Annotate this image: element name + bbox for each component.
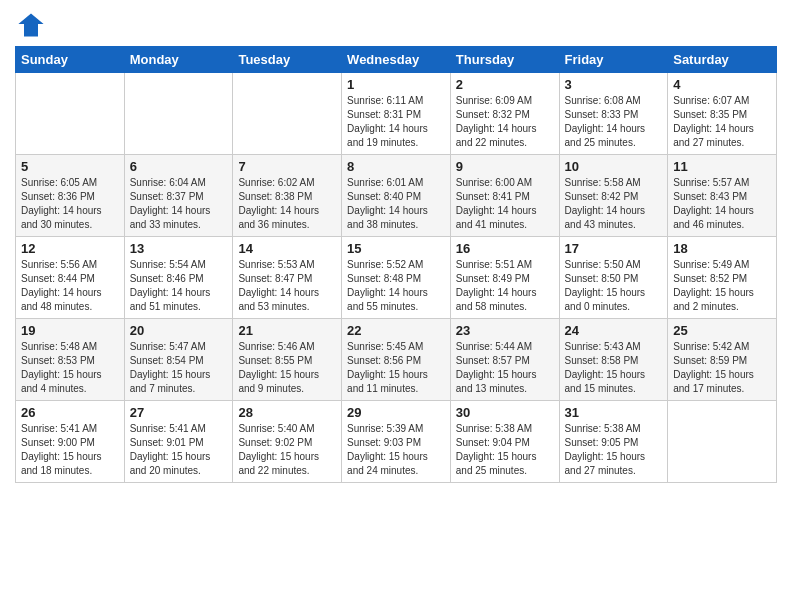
day-cell-16: 16Sunrise: 5:51 AM Sunset: 8:49 PM Dayli… bbox=[450, 237, 559, 319]
weekday-header-tuesday: Tuesday bbox=[233, 47, 342, 73]
day-info: Sunrise: 5:41 AM Sunset: 9:01 PM Dayligh… bbox=[130, 422, 228, 478]
day-info: Sunrise: 5:49 AM Sunset: 8:52 PM Dayligh… bbox=[673, 258, 771, 314]
day-number: 30 bbox=[456, 405, 554, 420]
logo-area bbox=[15, 10, 45, 38]
day-info: Sunrise: 5:48 AM Sunset: 8:53 PM Dayligh… bbox=[21, 340, 119, 396]
day-number: 11 bbox=[673, 159, 771, 174]
day-number: 19 bbox=[21, 323, 119, 338]
day-cell-2: 2Sunrise: 6:09 AM Sunset: 8:32 PM Daylig… bbox=[450, 73, 559, 155]
day-number: 17 bbox=[565, 241, 663, 256]
day-info: Sunrise: 5:39 AM Sunset: 9:03 PM Dayligh… bbox=[347, 422, 445, 478]
day-number: 8 bbox=[347, 159, 445, 174]
day-number: 31 bbox=[565, 405, 663, 420]
day-info: Sunrise: 5:38 AM Sunset: 9:04 PM Dayligh… bbox=[456, 422, 554, 478]
day-number: 25 bbox=[673, 323, 771, 338]
day-info: Sunrise: 6:05 AM Sunset: 8:36 PM Dayligh… bbox=[21, 176, 119, 232]
day-number: 27 bbox=[130, 405, 228, 420]
day-number: 23 bbox=[456, 323, 554, 338]
day-cell-7: 7Sunrise: 6:02 AM Sunset: 8:38 PM Daylig… bbox=[233, 155, 342, 237]
day-number: 22 bbox=[347, 323, 445, 338]
weekday-header-thursday: Thursday bbox=[450, 47, 559, 73]
day-cell-11: 11Sunrise: 5:57 AM Sunset: 8:43 PM Dayli… bbox=[668, 155, 777, 237]
day-info: Sunrise: 5:40 AM Sunset: 9:02 PM Dayligh… bbox=[238, 422, 336, 478]
day-cell-17: 17Sunrise: 5:50 AM Sunset: 8:50 PM Dayli… bbox=[559, 237, 668, 319]
day-number: 2 bbox=[456, 77, 554, 92]
weekday-header-wednesday: Wednesday bbox=[342, 47, 451, 73]
day-info: Sunrise: 5:50 AM Sunset: 8:50 PM Dayligh… bbox=[565, 258, 663, 314]
weekday-header-row: SundayMondayTuesdayWednesdayThursdayFrid… bbox=[16, 47, 777, 73]
day-cell-8: 8Sunrise: 6:01 AM Sunset: 8:40 PM Daylig… bbox=[342, 155, 451, 237]
week-row-4: 19Sunrise: 5:48 AM Sunset: 8:53 PM Dayli… bbox=[16, 319, 777, 401]
day-number: 7 bbox=[238, 159, 336, 174]
day-info: Sunrise: 5:47 AM Sunset: 8:54 PM Dayligh… bbox=[130, 340, 228, 396]
week-row-2: 5Sunrise: 6:05 AM Sunset: 8:36 PM Daylig… bbox=[16, 155, 777, 237]
day-number: 24 bbox=[565, 323, 663, 338]
weekday-header-monday: Monday bbox=[124, 47, 233, 73]
day-number: 20 bbox=[130, 323, 228, 338]
day-info: Sunrise: 6:11 AM Sunset: 8:31 PM Dayligh… bbox=[347, 94, 445, 150]
day-info: Sunrise: 5:43 AM Sunset: 8:58 PM Dayligh… bbox=[565, 340, 663, 396]
day-info: Sunrise: 5:46 AM Sunset: 8:55 PM Dayligh… bbox=[238, 340, 336, 396]
day-cell-14: 14Sunrise: 5:53 AM Sunset: 8:47 PM Dayli… bbox=[233, 237, 342, 319]
day-cell-15: 15Sunrise: 5:52 AM Sunset: 8:48 PM Dayli… bbox=[342, 237, 451, 319]
empty-cell bbox=[233, 73, 342, 155]
day-number: 9 bbox=[456, 159, 554, 174]
day-info: Sunrise: 6:01 AM Sunset: 8:40 PM Dayligh… bbox=[347, 176, 445, 232]
logo-icon bbox=[17, 10, 45, 38]
day-info: Sunrise: 6:02 AM Sunset: 8:38 PM Dayligh… bbox=[238, 176, 336, 232]
day-number: 6 bbox=[130, 159, 228, 174]
day-info: Sunrise: 5:51 AM Sunset: 8:49 PM Dayligh… bbox=[456, 258, 554, 314]
day-number: 26 bbox=[21, 405, 119, 420]
weekday-header-friday: Friday bbox=[559, 47, 668, 73]
day-number: 15 bbox=[347, 241, 445, 256]
day-cell-22: 22Sunrise: 5:45 AM Sunset: 8:56 PM Dayli… bbox=[342, 319, 451, 401]
day-cell-12: 12Sunrise: 5:56 AM Sunset: 8:44 PM Dayli… bbox=[16, 237, 125, 319]
day-cell-3: 3Sunrise: 6:08 AM Sunset: 8:33 PM Daylig… bbox=[559, 73, 668, 155]
day-cell-4: 4Sunrise: 6:07 AM Sunset: 8:35 PM Daylig… bbox=[668, 73, 777, 155]
day-info: Sunrise: 5:41 AM Sunset: 9:00 PM Dayligh… bbox=[21, 422, 119, 478]
weekday-header-sunday: Sunday bbox=[16, 47, 125, 73]
empty-cell bbox=[668, 401, 777, 483]
day-number: 5 bbox=[21, 159, 119, 174]
day-cell-25: 25Sunrise: 5:42 AM Sunset: 8:59 PM Dayli… bbox=[668, 319, 777, 401]
day-info: Sunrise: 6:04 AM Sunset: 8:37 PM Dayligh… bbox=[130, 176, 228, 232]
day-info: Sunrise: 5:54 AM Sunset: 8:46 PM Dayligh… bbox=[130, 258, 228, 314]
day-info: Sunrise: 5:58 AM Sunset: 8:42 PM Dayligh… bbox=[565, 176, 663, 232]
day-info: Sunrise: 5:56 AM Sunset: 8:44 PM Dayligh… bbox=[21, 258, 119, 314]
day-number: 16 bbox=[456, 241, 554, 256]
day-number: 4 bbox=[673, 77, 771, 92]
day-number: 3 bbox=[565, 77, 663, 92]
day-cell-9: 9Sunrise: 6:00 AM Sunset: 8:41 PM Daylig… bbox=[450, 155, 559, 237]
day-cell-30: 30Sunrise: 5:38 AM Sunset: 9:04 PM Dayli… bbox=[450, 401, 559, 483]
day-cell-1: 1Sunrise: 6:11 AM Sunset: 8:31 PM Daylig… bbox=[342, 73, 451, 155]
empty-cell bbox=[124, 73, 233, 155]
day-number: 13 bbox=[130, 241, 228, 256]
day-cell-18: 18Sunrise: 5:49 AM Sunset: 8:52 PM Dayli… bbox=[668, 237, 777, 319]
day-number: 28 bbox=[238, 405, 336, 420]
day-info: Sunrise: 5:38 AM Sunset: 9:05 PM Dayligh… bbox=[565, 422, 663, 478]
empty-cell bbox=[16, 73, 125, 155]
day-number: 10 bbox=[565, 159, 663, 174]
week-row-5: 26Sunrise: 5:41 AM Sunset: 9:00 PM Dayli… bbox=[16, 401, 777, 483]
day-cell-20: 20Sunrise: 5:47 AM Sunset: 8:54 PM Dayli… bbox=[124, 319, 233, 401]
day-cell-31: 31Sunrise: 5:38 AM Sunset: 9:05 PM Dayli… bbox=[559, 401, 668, 483]
weekday-header-saturday: Saturday bbox=[668, 47, 777, 73]
day-info: Sunrise: 6:08 AM Sunset: 8:33 PM Dayligh… bbox=[565, 94, 663, 150]
day-cell-10: 10Sunrise: 5:58 AM Sunset: 8:42 PM Dayli… bbox=[559, 155, 668, 237]
day-info: Sunrise: 6:09 AM Sunset: 8:32 PM Dayligh… bbox=[456, 94, 554, 150]
day-cell-19: 19Sunrise: 5:48 AM Sunset: 8:53 PM Dayli… bbox=[16, 319, 125, 401]
day-cell-27: 27Sunrise: 5:41 AM Sunset: 9:01 PM Dayli… bbox=[124, 401, 233, 483]
day-number: 1 bbox=[347, 77, 445, 92]
week-row-1: 1Sunrise: 6:11 AM Sunset: 8:31 PM Daylig… bbox=[16, 73, 777, 155]
day-cell-28: 28Sunrise: 5:40 AM Sunset: 9:02 PM Dayli… bbox=[233, 401, 342, 483]
page: SundayMondayTuesdayWednesdayThursdayFrid… bbox=[0, 0, 792, 493]
day-cell-24: 24Sunrise: 5:43 AM Sunset: 8:58 PM Dayli… bbox=[559, 319, 668, 401]
day-info: Sunrise: 5:52 AM Sunset: 8:48 PM Dayligh… bbox=[347, 258, 445, 314]
day-info: Sunrise: 5:44 AM Sunset: 8:57 PM Dayligh… bbox=[456, 340, 554, 396]
day-cell-6: 6Sunrise: 6:04 AM Sunset: 8:37 PM Daylig… bbox=[124, 155, 233, 237]
day-cell-13: 13Sunrise: 5:54 AM Sunset: 8:46 PM Dayli… bbox=[124, 237, 233, 319]
day-cell-5: 5Sunrise: 6:05 AM Sunset: 8:36 PM Daylig… bbox=[16, 155, 125, 237]
day-info: Sunrise: 6:07 AM Sunset: 8:35 PM Dayligh… bbox=[673, 94, 771, 150]
header bbox=[15, 10, 777, 38]
day-cell-26: 26Sunrise: 5:41 AM Sunset: 9:00 PM Dayli… bbox=[16, 401, 125, 483]
